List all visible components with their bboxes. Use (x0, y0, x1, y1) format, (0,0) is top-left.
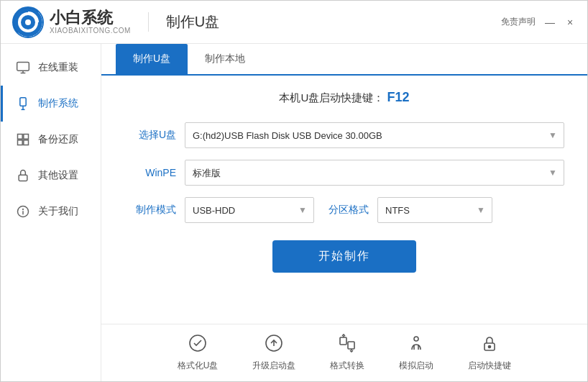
sidebar-item-other-settings[interactable]: 其他设置 (1, 158, 101, 194)
usb-icon (15, 96, 31, 112)
close-button[interactable]: × (564, 17, 576, 28)
tab-bar: 制作U盘 制作本地 (101, 44, 587, 76)
monitor-icon (15, 60, 31, 76)
check-circle-icon (188, 334, 207, 357)
toolbar-item-format-convert[interactable]: 格式转换 (330, 334, 364, 372)
mode-format-row: 制作模式 USB-HDD ▼ 分区格式 NTFS ▼ (124, 197, 564, 223)
sidebar: 在线重装 制作系统 (1, 44, 101, 381)
start-button-wrap: 开始制作 (124, 240, 564, 273)
make-mode-label: 制作模式 (124, 204, 176, 217)
winpe-select[interactable]: 标准版 (185, 160, 564, 186)
grid-icon (15, 132, 31, 147)
start-button[interactable]: 开始制作 (272, 240, 416, 273)
toolbar-item-boot-shortcut[interactable]: 启动快捷键 (468, 334, 511, 372)
disclaimer-link[interactable]: 免责声明 (501, 16, 536, 28)
sidebar-item-backup-restore[interactable]: 备份还原 (1, 122, 101, 158)
partition-select[interactable]: NTFS (377, 197, 492, 223)
sidebar-label-backup-restore: 备份还原 (38, 133, 78, 146)
svg-point-3 (25, 19, 31, 25)
logo-name: 小白系统 (50, 9, 131, 27)
svg-rect-13 (24, 140, 29, 145)
sidebar-label-about-us: 关于我们 (38, 205, 78, 218)
toolbar-item-upgrade-boot[interactable]: 升级启动盘 (252, 334, 295, 372)
sidebar-item-about-us[interactable]: 关于我们 (1, 194, 101, 229)
page-title: 制作U盘 (148, 12, 219, 32)
hotkey-hint: 本机U盘启动快捷键： F12 (124, 87, 564, 111)
svg-point-25 (414, 337, 418, 341)
svg-rect-7 (20, 98, 26, 106)
udisk-select[interactable]: G:(hd2)USB Flash Disk USB Device 30.00GB (185, 122, 564, 148)
svg-rect-10 (18, 135, 23, 140)
minimize-button[interactable]: — (544, 17, 556, 28)
lock-key-icon (480, 334, 499, 357)
winpe-select-wrap: 标准版 ▼ (185, 160, 564, 186)
svg-rect-14 (19, 175, 27, 181)
lock-icon (15, 168, 31, 183)
app-logo-icon (12, 6, 44, 38)
toolbar-label-format-convert: 格式转换 (330, 360, 364, 372)
partition-label: 分区格式 (329, 204, 369, 217)
title-bar: 小白系统 XIAOBAIXITONG.COM 制作U盘 免责声明 — × (1, 1, 587, 44)
toolbar-label-format-udisk: 格式化U盘 (178, 360, 219, 372)
info-icon (15, 204, 31, 219)
form-area: 本机U盘启动快捷键： F12 选择U盘 G:(hd2)USB Flash Dis… (101, 76, 587, 324)
sidebar-item-make-system[interactable]: 制作系统 (1, 86, 101, 122)
udisk-label: 选择U盘 (124, 129, 176, 142)
sidebar-label-other-settings: 其他设置 (38, 169, 78, 182)
udisk-select-wrap: G:(hd2)USB Flash Disk USB Device 30.00GB… (185, 122, 564, 148)
tab-make-udisk[interactable]: 制作U盘 (116, 44, 188, 74)
title-controls: 免责声明 — × (501, 16, 576, 28)
app-window: 小白系统 XIAOBAIXITONG.COM 制作U盘 免责声明 — × (0, 0, 588, 382)
partition-select-wrap: NTFS ▼ (377, 197, 492, 223)
toolbar-item-simulate-boot[interactable]: 模拟启动 (399, 334, 433, 372)
winpe-label: WinPE (124, 167, 176, 178)
svg-rect-12 (18, 140, 23, 145)
svg-rect-21 (340, 337, 346, 345)
upload-circle-icon (265, 334, 283, 357)
content-area: 制作U盘 制作本地 本机U盘启动快捷键： F12 选择U盘 G:(hd2)USB (101, 44, 587, 381)
svg-point-29 (489, 346, 491, 348)
tab-make-local[interactable]: 制作本地 (188, 44, 262, 74)
winpe-row: WinPE 标准版 ▼ (124, 160, 564, 186)
make-mode-select[interactable]: USB-HDD (185, 197, 314, 223)
toolbar-label-simulate-boot: 模拟启动 (399, 360, 433, 372)
svg-rect-22 (348, 342, 354, 349)
logo-domain: XIAOBAIXITONG.COM (50, 27, 131, 35)
logo-area: 小白系统 XIAOBAIXITONG.COM (12, 6, 131, 38)
main-content: 在线重装 制作系统 (1, 44, 587, 381)
svg-rect-4 (17, 63, 29, 71)
logo-text: 小白系统 XIAOBAIXITONG.COM (50, 9, 131, 35)
sidebar-item-online-reinstall[interactable]: 在线重装 (1, 50, 101, 86)
person-boot-icon (407, 334, 426, 357)
udisk-select-row: 选择U盘 G:(hd2)USB Flash Disk USB Device 30… (124, 122, 564, 148)
make-mode-select-wrap: USB-HDD ▼ (185, 197, 314, 223)
bottom-toolbar: 格式化U盘 升级启动盘 (101, 324, 587, 381)
toolbar-label-upgrade-boot: 升级启动盘 (252, 360, 295, 372)
hotkey-value: F12 (387, 90, 409, 104)
sidebar-label-make-system: 制作系统 (38, 97, 78, 110)
transfer-icon (338, 334, 357, 357)
toolbar-label-boot-shortcut: 启动快捷键 (468, 360, 511, 372)
toolbar-item-format-udisk[interactable]: 格式化U盘 (178, 334, 219, 372)
sidebar-label-online-reinstall: 在线重装 (38, 61, 78, 74)
svg-rect-11 (24, 135, 29, 140)
